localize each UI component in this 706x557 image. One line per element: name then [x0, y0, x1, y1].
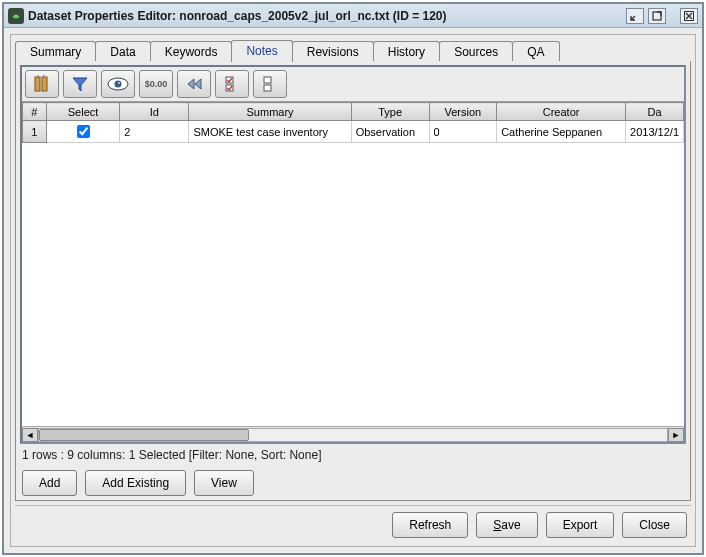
row-number-cell: 1: [23, 121, 47, 143]
tab-notes[interactable]: Notes: [231, 40, 292, 62]
svg-rect-10: [264, 85, 271, 91]
tab-content-notes: $0.00: [15, 61, 691, 501]
svg-rect-9: [264, 77, 271, 83]
row-select-checkbox[interactable]: [77, 125, 90, 138]
svg-point-6: [118, 82, 120, 84]
tab-qa[interactable]: QA: [512, 41, 559, 61]
svg-rect-3: [42, 77, 47, 91]
date-cell: 2013/12/1: [626, 121, 684, 143]
scroll-right-arrow[interactable]: ►: [668, 428, 684, 442]
tab-history[interactable]: History: [373, 41, 440, 61]
svg-point-5: [115, 81, 122, 88]
select-all-button[interactable]: [215, 70, 249, 98]
close-window-button[interactable]: [680, 8, 698, 24]
col-id[interactable]: Id: [120, 103, 189, 121]
table-row[interactable]: 1 2 SMOKE test case inventory Observatio…: [23, 121, 684, 143]
horizontal-scrollbar[interactable]: ◄ ►: [22, 426, 684, 442]
maximize-button[interactable]: [648, 8, 666, 24]
version-cell: 0: [429, 121, 497, 143]
tab-summary[interactable]: Summary: [15, 41, 96, 61]
footer-button-row: Refresh Save Export Close: [15, 505, 691, 540]
table-header-row: # Select Id Summary Type Version Creator…: [23, 103, 684, 121]
close-button[interactable]: Close: [622, 512, 687, 538]
app-icon: [8, 8, 24, 24]
notes-table: # Select Id Summary Type Version Creator…: [22, 102, 684, 143]
minimize-button[interactable]: [626, 8, 644, 24]
title-bar: Dataset Properties Editor: nonroad_caps_…: [4, 4, 702, 28]
notes-table-wrap: # Select Id Summary Type Version Creator…: [22, 102, 684, 426]
editor-panel: Summary Data Keywords Notes Revisions Hi…: [10, 34, 696, 547]
scroll-left-arrow[interactable]: ◄: [22, 428, 38, 442]
tab-sources[interactable]: Sources: [439, 41, 513, 61]
col-type[interactable]: Type: [351, 103, 429, 121]
svg-rect-0: [653, 12, 661, 20]
deselect-all-button[interactable]: [253, 70, 287, 98]
view-button-icon[interactable]: [101, 70, 135, 98]
scroll-thumb[interactable]: [39, 429, 249, 441]
tab-keywords[interactable]: Keywords: [150, 41, 233, 61]
scroll-track[interactable]: [38, 428, 668, 442]
col-select[interactable]: Select: [46, 103, 119, 121]
add-button[interactable]: Add: [22, 470, 77, 496]
format-button[interactable]: $0.00: [139, 70, 173, 98]
summary-cell: SMOKE test case inventory: [189, 121, 351, 143]
col-creator[interactable]: Creator: [497, 103, 626, 121]
tab-revisions[interactable]: Revisions: [292, 41, 374, 61]
col-summary[interactable]: Summary: [189, 103, 351, 121]
col-rownum[interactable]: #: [23, 103, 47, 121]
tab-data[interactable]: Data: [95, 41, 150, 61]
creator-cell: Catherine Seppanen: [497, 121, 626, 143]
table-toolbar: $0.00: [22, 67, 684, 102]
window-frame: Dataset Properties Editor: nonroad_caps_…: [2, 2, 704, 555]
tabs-row: Summary Data Keywords Notes Revisions Hi…: [15, 39, 691, 61]
add-existing-button[interactable]: Add Existing: [85, 470, 186, 496]
filter-button[interactable]: [63, 70, 97, 98]
col-version[interactable]: Version: [429, 103, 497, 121]
id-cell: 2: [120, 121, 189, 143]
window-title: Dataset Properties Editor: nonroad_caps_…: [28, 9, 447, 23]
view-note-button[interactable]: View: [194, 470, 254, 496]
export-button[interactable]: Export: [546, 512, 615, 538]
table-status-text: 1 rows : 9 columns: 1 Selected [Filter: …: [20, 444, 686, 466]
columns-button[interactable]: [25, 70, 59, 98]
svg-rect-2: [35, 77, 40, 91]
refresh-button[interactable]: Refresh: [392, 512, 468, 538]
save-button[interactable]: Save: [476, 512, 537, 538]
col-date[interactable]: Da: [626, 103, 684, 121]
notes-action-row: Add Add Existing View: [20, 466, 686, 496]
first-page-button[interactable]: [177, 70, 211, 98]
select-cell[interactable]: [46, 121, 119, 143]
notes-table-panel: $0.00: [20, 65, 686, 444]
type-cell: Observation: [351, 121, 429, 143]
